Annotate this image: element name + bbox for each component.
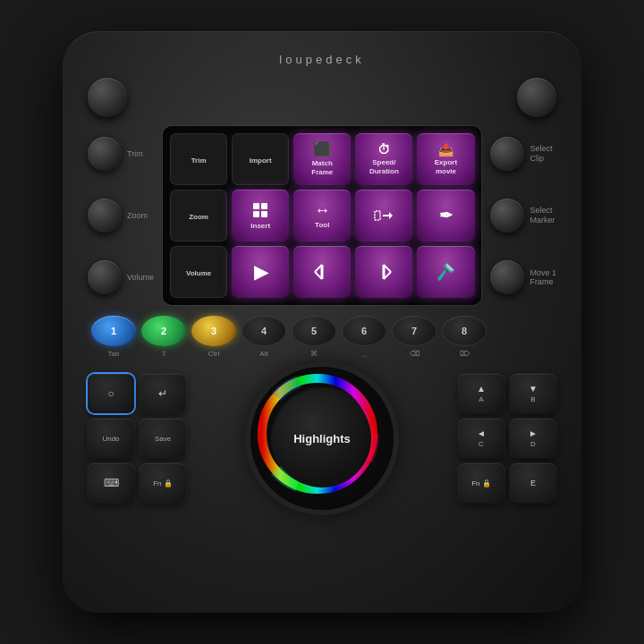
top-knob-left[interactable] — [88, 78, 127, 117]
import-btn[interactable]: Import — [232, 133, 289, 185]
insert-btn[interactable]: Insert — [232, 190, 289, 242]
trim-knob[interactable] — [88, 137, 122, 171]
move-right-icon — [374, 208, 394, 223]
num-label-5: ⌘ — [292, 350, 336, 358]
svg-rect-3 — [261, 211, 267, 217]
number-section: 1 2 3 4 5 6 7 8 Tab ⇧ Ctrl Alt ⌘ ⎵ ⌫ ⌦ — [88, 314, 556, 358]
keyboard-button[interactable]: ⌨ — [88, 463, 134, 503]
zoom-knob[interactable] — [88, 199, 122, 233]
tool-btn[interactable]: ↔ Tool — [293, 190, 351, 242]
key-row-1: ○ ↵ — [88, 374, 186, 413]
trim-right-btn[interactable] — [355, 246, 412, 298]
top-knobs-row — [88, 78, 556, 117]
number-buttons: 1 2 3 4 5 6 7 8 — [91, 314, 553, 348]
volume-knob-group: Volume — [88, 260, 154, 294]
speed-duration-btn[interactable]: ⏱ Speed/Duration — [355, 133, 412, 185]
move-1-frame-group: Move 1Frame — [490, 260, 556, 294]
loupedeck-device: loupedeck Trim Zoom Volume — [63, 31, 581, 613]
num-label-3: Ctrl — [191, 350, 236, 358]
wheel-inner: Highlights — [273, 389, 371, 487]
key-row-2: Undo Save — [88, 419, 186, 458]
e-button[interactable]: E — [510, 463, 556, 503]
select-clip-label: SelectClip — [530, 144, 552, 164]
top-knob-right[interactable] — [517, 78, 556, 117]
fn-lock-button-right[interactable]: Fn 🔒 — [458, 463, 504, 503]
screen-section: Trim Zoom Volume Trim Import — [88, 126, 556, 305]
trim-right-icon — [374, 263, 394, 281]
up-a-button[interactable]: ▲ A — [458, 374, 504, 413]
volume-label: Volume — [127, 273, 154, 282]
logo-area: loupedeck — [88, 51, 556, 67]
num-btn-6[interactable]: 6 — [342, 316, 386, 346]
export-movie-btn[interactable]: 📤 Exportmovie — [417, 133, 474, 185]
svg-rect-2 — [253, 211, 259, 217]
right-key-row-2: ◄ C ► D — [458, 419, 556, 458]
num-label-6: ⎵ — [342, 350, 386, 358]
lcd-row-2: Zoom Insert ↔ Tool — [170, 190, 474, 242]
bottom-right-keys: ▲ A ▼ B ◄ C ► D Fn � — [458, 374, 556, 503]
num-label-7: ⌫ — [392, 350, 436, 358]
num-label-8: ⌦ — [442, 350, 487, 358]
wheel-container: Highlights — [195, 367, 449, 510]
wheel-label: Highlights — [293, 432, 351, 445]
svg-rect-1 — [261, 203, 267, 209]
zoom-knob-group: Zoom — [88, 199, 154, 233]
undo-button[interactable]: Undo — [88, 419, 134, 458]
volume-btn: Volume — [170, 246, 227, 298]
num-label-1: Tab — [91, 350, 136, 358]
trim-label: Trim — [127, 149, 143, 158]
select-marker-group: SelectMarker — [490, 199, 556, 233]
right-knob-1[interactable] — [490, 137, 524, 171]
lcd-row-1: Trim Import ⬛ MatchFrame ⏱ Speed/Duratio… — [170, 133, 474, 185]
save-button[interactable]: Save — [140, 419, 186, 458]
right-knob-2[interactable] — [490, 199, 524, 233]
bottom-left-keys: ○ ↵ Undo Save ⌨ Fn 🔒 — [88, 374, 186, 503]
bottom-section: ○ ↵ Undo Save ⌨ Fn 🔒 — [88, 367, 556, 510]
num-btn-2[interactable]: 2 — [141, 316, 186, 346]
right-d-button[interactable]: ► D — [510, 419, 556, 458]
move-right-btn[interactable] — [355, 190, 412, 242]
pen-btn[interactable]: ✒ — [417, 190, 474, 242]
brand-logo: loupedeck — [279, 53, 364, 66]
zoom-label: Zoom — [127, 211, 148, 220]
match-frame-btn[interactable]: ⬛ MatchFrame — [293, 133, 351, 185]
right-key-row-1: ▲ A ▼ B — [458, 374, 556, 413]
zoom-btn: Zoom — [170, 190, 227, 242]
num-btn-8[interactable]: 8 — [442, 316, 487, 346]
right-knobs: SelectClip SelectMarker Move 1Frame — [490, 126, 556, 305]
color-wheel[interactable]: Highlights — [250, 367, 394, 510]
left-c-button[interactable]: ◄ C — [458, 419, 504, 458]
insert-icon — [251, 201, 269, 219]
num-btn-1[interactable]: 1 — [91, 316, 136, 346]
svg-rect-4 — [375, 211, 380, 220]
enter-button[interactable]: ↵ — [140, 374, 186, 413]
ring-button[interactable]: ○ — [88, 374, 134, 413]
fn-lock-button-left[interactable]: Fn 🔒 — [140, 463, 186, 503]
trim-left-btn[interactable] — [293, 246, 351, 298]
razor-btn[interactable]: 🪒 — [417, 246, 474, 298]
num-btn-3[interactable]: 3 — [191, 316, 236, 346]
num-labels: Tab ⇧ Ctrl Alt ⌘ ⎵ ⌫ ⌦ — [91, 350, 553, 358]
num-label-4: Alt — [242, 350, 286, 358]
trim-knob-group: Trim — [88, 137, 154, 171]
right-key-row-3: Fn 🔒 E — [458, 463, 556, 503]
key-row-3: ⌨ Fn 🔒 — [88, 463, 186, 503]
num-btn-7[interactable]: 7 — [392, 316, 436, 346]
select-marker-label: SelectMarker — [530, 206, 555, 225]
lcd-row-3: Volume ▶ — [170, 246, 474, 298]
svg-rect-0 — [253, 203, 259, 209]
move-1-frame-label: Move 1Frame — [530, 268, 556, 288]
num-btn-5[interactable]: 5 — [292, 316, 336, 346]
select-clip-group: SelectClip — [490, 137, 556, 171]
num-btn-4[interactable]: 4 — [242, 316, 286, 346]
down-b-button[interactable]: ▼ B — [510, 374, 556, 413]
right-knob-3[interactable] — [490, 260, 524, 294]
svg-marker-6 — [389, 212, 393, 219]
num-label-2: ⇧ — [141, 350, 186, 358]
lcd-screen: Trim Import ⬛ MatchFrame ⏱ Speed/Duratio… — [163, 126, 481, 305]
trim-left-icon — [312, 263, 332, 281]
volume-knob[interactable] — [88, 260, 122, 294]
trim-btn: Trim — [170, 133, 227, 185]
play-btn[interactable]: ▶ — [232, 246, 289, 298]
left-knobs: Trim Zoom Volume — [88, 126, 154, 305]
